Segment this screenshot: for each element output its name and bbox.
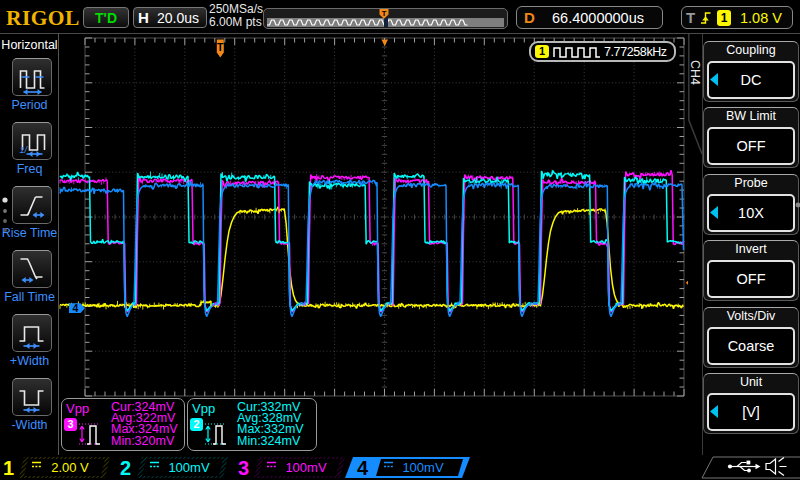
svg-text:2: 2	[120, 457, 131, 479]
svg-text:2.00 V: 2.00 V	[51, 460, 89, 475]
svg-text:3: 3	[238, 457, 249, 479]
svg-text:100mV: 100mV	[402, 460, 444, 475]
svg-text:100mV: 100mV	[168, 460, 210, 475]
svg-text:4: 4	[357, 457, 369, 479]
svg-text:T: T	[382, 9, 387, 18]
svg-text:100mV: 100mV	[285, 460, 327, 475]
svg-text:1: 1	[3, 457, 14, 479]
svg-text:T: T	[217, 41, 224, 53]
svg-text:4: 4	[73, 302, 79, 314]
